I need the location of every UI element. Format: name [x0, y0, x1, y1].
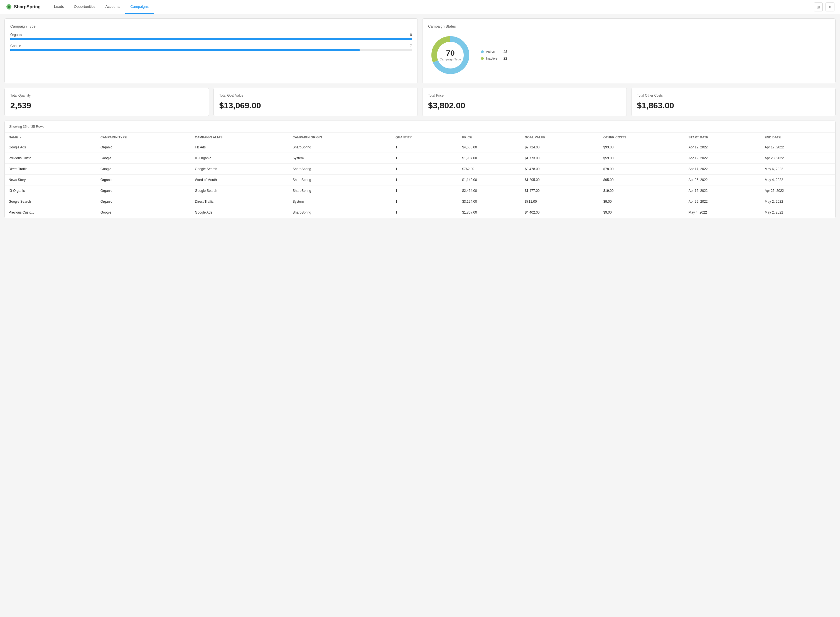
cell-type: Organic: [97, 185, 191, 196]
cell-price: $1,987.00: [458, 153, 521, 164]
campaign-type-card: Campaign Type Organic 8 Google 7: [4, 18, 418, 83]
cell-origin: SharpSpring: [289, 185, 392, 196]
cell-end: May 6, 2022: [761, 164, 835, 174]
cell-type: Google: [97, 153, 191, 164]
cell-other: $95.00: [600, 174, 685, 185]
cell-name: Previous Custo...: [5, 153, 97, 164]
inactive-dot: [481, 57, 484, 60]
cell-start: Apr 29, 2022: [685, 196, 761, 207]
cell-start: Apr 19, 2022: [685, 142, 761, 153]
stat-goal-value: $13,069.00: [219, 101, 412, 110]
col-origin[interactable]: CAMPAIGN ORIGIN: [289, 133, 392, 142]
col-end[interactable]: END DATE: [761, 133, 835, 142]
donut-number: 70: [440, 49, 461, 57]
main-content: Campaign Type Organic 8 Google 7 Campaig…: [0, 14, 840, 223]
cell-other: $59.00: [600, 153, 685, 164]
table-body: Google Ads Organic FB Ads SharpSpring 1 …: [5, 142, 835, 218]
cell-quantity: 1: [392, 207, 458, 218]
cell-type: Organic: [97, 174, 191, 185]
col-quantity[interactable]: QUANTITY: [392, 133, 458, 142]
bar-label-row: Organic 8: [10, 33, 412, 37]
nav-leads[interactable]: Leads: [49, 0, 69, 14]
cell-quantity: 1: [392, 174, 458, 185]
cell-quantity: 1: [392, 185, 458, 196]
table-row: Google Search Organic Direct Traffic Sys…: [5, 196, 835, 207]
cell-price: $3,124.00: [458, 196, 521, 207]
col-other[interactable]: OTHER COSTS: [600, 133, 685, 142]
nav-accounts[interactable]: Accounts: [100, 0, 125, 14]
cell-alias: Google Ads: [191, 207, 289, 218]
cell-goal: $1,773.00: [521, 153, 599, 164]
stat-price: Total Price $3,802.00: [422, 88, 627, 116]
stat-goal-label: Total Goal Value: [219, 93, 412, 97]
cell-other: $9.00: [600, 196, 685, 207]
table-row: Google Ads Organic FB Ads SharpSpring 1 …: [5, 142, 835, 153]
status-content: 70 Campaign Type Active 48 Inactive 22: [428, 33, 830, 77]
share-button[interactable]: ⬆: [825, 3, 834, 12]
cell-start: Apr 26, 2022: [685, 174, 761, 185]
inactive-label: Inactive: [486, 56, 501, 61]
logo: SharpSpring: [6, 4, 41, 10]
cell-name: Direct Traffic: [5, 164, 97, 174]
cell-alias: Google Search: [191, 164, 289, 174]
stat-quantity-value: 2,539: [10, 101, 203, 110]
chart-legend: Active 48 Inactive 22: [481, 50, 507, 61]
donut-center: 70 Campaign Type: [440, 49, 461, 61]
campaign-type-title: Campaign Type: [10, 24, 412, 28]
col-type[interactable]: CAMPAIGN TYPE: [97, 133, 191, 142]
bar-label-row: Google 7: [10, 44, 412, 48]
cell-other: $93.00: [600, 142, 685, 153]
bar-item-0: Organic 8: [10, 33, 412, 40]
table-row-count: Showing 35 of 35 Rows: [5, 121, 835, 133]
cell-goal: $4,402.00: [521, 207, 599, 218]
stat-other: Total Other Costs $1,863.00: [631, 88, 836, 116]
campaign-status-card: Campaign Status 70 Campaign Type Active …: [422, 18, 836, 83]
columns-button[interactable]: ⊞: [814, 3, 823, 12]
cell-goal: $1,205.00: [521, 174, 599, 185]
cell-name: Google Ads: [5, 142, 97, 153]
cell-start: Apr 12, 2022: [685, 153, 761, 164]
table-row: IG Organic Organic Google Search SharpSp…: [5, 185, 835, 196]
cell-price: $1,867.00: [458, 207, 521, 218]
active-label: Active: [486, 50, 501, 54]
cell-quantity: 1: [392, 153, 458, 164]
cell-goal: $1,477.00: [521, 185, 599, 196]
cell-other: $19.00: [600, 185, 685, 196]
table-header-row: NAME ▼ CAMPAIGN TYPE CAMPAIGN ALIAS CAMP…: [5, 133, 835, 142]
nav-opportunities[interactable]: Opportunities: [69, 0, 100, 14]
col-goal[interactable]: GOAL VALUE: [521, 133, 599, 142]
cell-price: $4,685.00: [458, 142, 521, 153]
cell-other: $9.00: [600, 207, 685, 218]
bar-label: Google: [10, 44, 21, 48]
col-price[interactable]: PRICE: [458, 133, 521, 142]
cell-type: Organic: [97, 142, 191, 153]
table-row: News Story Organic Word of Mouth SharpSp…: [5, 174, 835, 185]
bar-label: Organic: [10, 33, 22, 37]
stat-goal: Total Goal Value $13,069.00: [214, 88, 418, 116]
cell-end: Apr 25, 2022: [761, 185, 835, 196]
cell-end: Apr 17, 2022: [761, 142, 835, 153]
cell-alias: Word of Mouth: [191, 174, 289, 185]
col-start[interactable]: START DATE: [685, 133, 761, 142]
cell-quantity: 1: [392, 164, 458, 174]
nav-campaigns[interactable]: Campaigns: [125, 0, 154, 14]
col-alias[interactable]: CAMPAIGN ALIAS: [191, 133, 289, 142]
legend-inactive: Inactive 22: [481, 56, 507, 61]
cell-alias: Direct Traffic: [191, 196, 289, 207]
cell-quantity: 1: [392, 196, 458, 207]
col-name[interactable]: NAME ▼: [5, 133, 97, 142]
stat-other-label: Total Other Costs: [637, 93, 830, 97]
cell-origin: SharpSpring: [289, 174, 392, 185]
cell-other: $78.00: [600, 164, 685, 174]
bar-value: 7: [410, 44, 412, 48]
cell-origin: SharpSpring: [289, 142, 392, 153]
cell-type: Google: [97, 207, 191, 218]
cell-type: Google: [97, 164, 191, 174]
table-head: NAME ▼ CAMPAIGN TYPE CAMPAIGN ALIAS CAMP…: [5, 133, 835, 142]
inactive-count: 22: [504, 56, 507, 61]
cell-price: $2,464.00: [458, 185, 521, 196]
header: SharpSpring Leads Opportunities Accounts…: [0, 0, 840, 14]
header-actions: ⊞ ⬆: [814, 3, 834, 12]
main-nav: Leads Opportunities Accounts Campaigns: [49, 0, 154, 14]
cell-end: May 4, 2022: [761, 174, 835, 185]
